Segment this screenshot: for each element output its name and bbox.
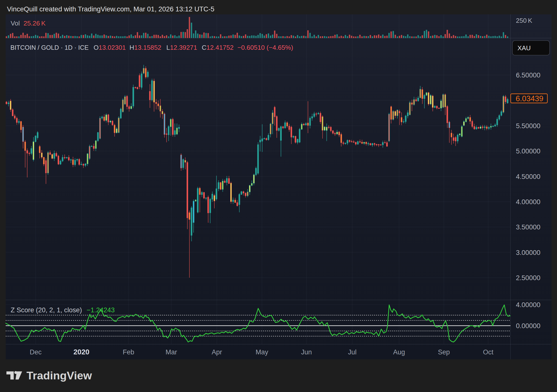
svg-text:4.00000: 4.00000 [516, 301, 540, 309]
svg-text:6.03439: 6.03439 [516, 94, 543, 103]
svg-text:4.50000: 4.50000 [516, 173, 540, 180]
svg-text:−1.24243: −1.24243 [87, 306, 115, 314]
svg-text:Aug: Aug [393, 348, 405, 356]
svg-text:Dec: Dec [30, 348, 42, 356]
svg-text:−0.60510 (−4.65%): −0.60510 (−4.65%) [237, 44, 293, 51]
svg-text:Mar: Mar [166, 348, 177, 356]
svg-text:C12.41752: C12.41752 [202, 44, 234, 51]
svg-text:Oct: Oct [483, 348, 494, 356]
svg-text:H13.15852: H13.15852 [129, 44, 161, 51]
svg-text:VinceQuill created with Tradin: VinceQuill created with TradingView.com,… [7, 5, 214, 13]
svg-text:O13.02301: O13.02301 [94, 44, 126, 51]
svg-text:5.00000: 5.00000 [516, 147, 540, 155]
svg-text:3.50000: 3.50000 [516, 223, 540, 231]
svg-text:4.00000: 4.00000 [516, 198, 540, 206]
svg-text:BITCOIN / GOLD · 1D · ICE: BITCOIN / GOLD · 1D · ICE [10, 44, 89, 51]
svg-text:TradingView: TradingView [26, 369, 92, 382]
svg-text:XAU: XAU [517, 44, 531, 52]
svg-text:May: May [255, 348, 268, 356]
svg-text:Vol: Vol [11, 20, 20, 27]
svg-text:L12.39271: L12.39271 [166, 44, 197, 51]
svg-text:Sep: Sep [438, 348, 450, 356]
svg-text:5.50000: 5.50000 [516, 122, 540, 130]
svg-text:Jun: Jun [301, 348, 312, 356]
svg-text:6.50000: 6.50000 [516, 71, 540, 79]
svg-text:Jul: Jul [348, 348, 357, 356]
svg-text:Feb: Feb [123, 348, 134, 356]
svg-text:25.26 K: 25.26 K [24, 20, 46, 27]
svg-text:2020: 2020 [74, 348, 90, 356]
svg-text:Z Score (20, 2, 1, close): Z Score (20, 2, 1, close) [11, 306, 82, 314]
svg-text:0.00000: 0.00000 [516, 322, 540, 330]
svg-text:3.00000: 3.00000 [516, 249, 540, 256]
svg-text:250 K: 250 K [516, 17, 532, 24]
svg-text:2.50000: 2.50000 [516, 274, 540, 282]
svg-text:Apr: Apr [212, 348, 222, 356]
